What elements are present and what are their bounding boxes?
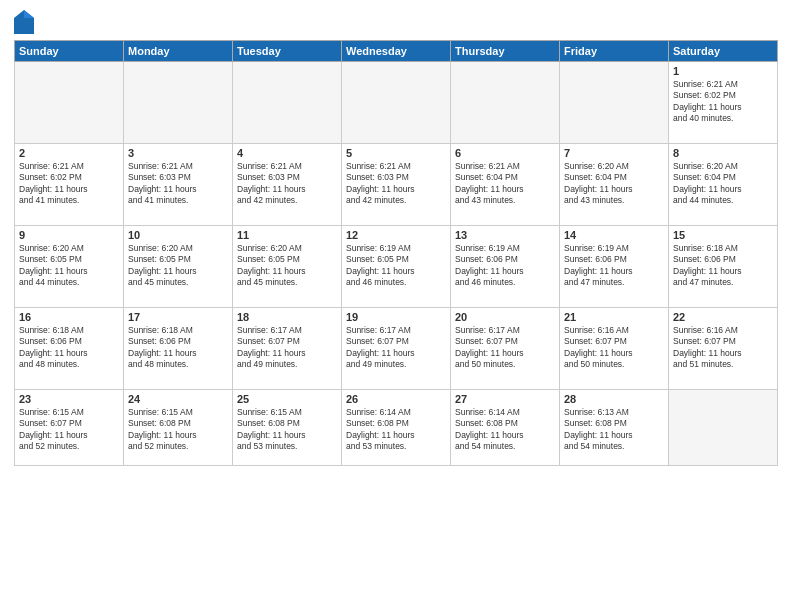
calendar-cell [124,62,233,144]
day-info: Sunrise: 6:18 AM Sunset: 6:06 PM Dayligh… [673,243,773,289]
day-number: 20 [455,311,555,323]
calendar-cell: 10Sunrise: 6:20 AM Sunset: 6:05 PM Dayli… [124,226,233,308]
calendar-cell: 6Sunrise: 6:21 AM Sunset: 6:04 PM Daylig… [451,144,560,226]
day-info: Sunrise: 6:21 AM Sunset: 6:03 PM Dayligh… [237,161,337,207]
calendar-week-row: 9Sunrise: 6:20 AM Sunset: 6:05 PM Daylig… [15,226,778,308]
calendar-cell: 19Sunrise: 6:17 AM Sunset: 6:07 PM Dayli… [342,308,451,390]
day-number: 6 [455,147,555,159]
day-number: 23 [19,393,119,405]
day-info: Sunrise: 6:13 AM Sunset: 6:08 PM Dayligh… [564,407,664,453]
calendar-week-row: 23Sunrise: 6:15 AM Sunset: 6:07 PM Dayli… [15,390,778,466]
logo-icon [14,10,34,34]
day-header-monday: Monday [124,41,233,62]
day-info: Sunrise: 6:18 AM Sunset: 6:06 PM Dayligh… [128,325,228,371]
header [14,10,778,34]
day-number: 22 [673,311,773,323]
day-header-friday: Friday [560,41,669,62]
page: SundayMondayTuesdayWednesdayThursdayFrid… [0,0,792,612]
calendar-cell: 16Sunrise: 6:18 AM Sunset: 6:06 PM Dayli… [15,308,124,390]
day-info: Sunrise: 6:21 AM Sunset: 6:03 PM Dayligh… [346,161,446,207]
calendar-cell: 14Sunrise: 6:19 AM Sunset: 6:06 PM Dayli… [560,226,669,308]
day-info: Sunrise: 6:20 AM Sunset: 6:05 PM Dayligh… [128,243,228,289]
calendar-week-row: 16Sunrise: 6:18 AM Sunset: 6:06 PM Dayli… [15,308,778,390]
day-info: Sunrise: 6:21 AM Sunset: 6:02 PM Dayligh… [673,79,773,125]
day-number: 14 [564,229,664,241]
day-number: 17 [128,311,228,323]
calendar-cell: 25Sunrise: 6:15 AM Sunset: 6:08 PM Dayli… [233,390,342,466]
calendar-cell: 28Sunrise: 6:13 AM Sunset: 6:08 PM Dayli… [560,390,669,466]
calendar-cell: 5Sunrise: 6:21 AM Sunset: 6:03 PM Daylig… [342,144,451,226]
day-number: 24 [128,393,228,405]
calendar-cell: 13Sunrise: 6:19 AM Sunset: 6:06 PM Dayli… [451,226,560,308]
day-number: 28 [564,393,664,405]
day-info: Sunrise: 6:17 AM Sunset: 6:07 PM Dayligh… [455,325,555,371]
calendar-week-row: 1Sunrise: 6:21 AM Sunset: 6:02 PM Daylig… [15,62,778,144]
day-number: 4 [237,147,337,159]
svg-marker-1 [24,10,34,18]
calendar-cell [15,62,124,144]
day-header-wednesday: Wednesday [342,41,451,62]
day-info: Sunrise: 6:17 AM Sunset: 6:07 PM Dayligh… [237,325,337,371]
calendar-cell: 11Sunrise: 6:20 AM Sunset: 6:05 PM Dayli… [233,226,342,308]
day-number: 9 [19,229,119,241]
day-number: 19 [346,311,446,323]
calendar-cell: 15Sunrise: 6:18 AM Sunset: 6:06 PM Dayli… [669,226,778,308]
calendar-cell: 1Sunrise: 6:21 AM Sunset: 6:02 PM Daylig… [669,62,778,144]
day-number: 13 [455,229,555,241]
calendar-cell [342,62,451,144]
day-info: Sunrise: 6:15 AM Sunset: 6:08 PM Dayligh… [237,407,337,453]
calendar-cell: 18Sunrise: 6:17 AM Sunset: 6:07 PM Dayli… [233,308,342,390]
calendar-cell: 12Sunrise: 6:19 AM Sunset: 6:05 PM Dayli… [342,226,451,308]
calendar-cell: 27Sunrise: 6:14 AM Sunset: 6:08 PM Dayli… [451,390,560,466]
day-header-saturday: Saturday [669,41,778,62]
calendar-cell [233,62,342,144]
day-info: Sunrise: 6:20 AM Sunset: 6:04 PM Dayligh… [564,161,664,207]
day-info: Sunrise: 6:21 AM Sunset: 6:02 PM Dayligh… [19,161,119,207]
day-info: Sunrise: 6:18 AM Sunset: 6:06 PM Dayligh… [19,325,119,371]
day-number: 1 [673,65,773,77]
day-number: 7 [564,147,664,159]
day-info: Sunrise: 6:20 AM Sunset: 6:05 PM Dayligh… [237,243,337,289]
day-number: 25 [237,393,337,405]
calendar-cell: 3Sunrise: 6:21 AM Sunset: 6:03 PM Daylig… [124,144,233,226]
calendar-cell: 4Sunrise: 6:21 AM Sunset: 6:03 PM Daylig… [233,144,342,226]
day-info: Sunrise: 6:21 AM Sunset: 6:03 PM Dayligh… [128,161,228,207]
day-number: 15 [673,229,773,241]
day-header-tuesday: Tuesday [233,41,342,62]
calendar-cell: 7Sunrise: 6:20 AM Sunset: 6:04 PM Daylig… [560,144,669,226]
day-info: Sunrise: 6:19 AM Sunset: 6:05 PM Dayligh… [346,243,446,289]
day-info: Sunrise: 6:19 AM Sunset: 6:06 PM Dayligh… [455,243,555,289]
calendar-cell: 2Sunrise: 6:21 AM Sunset: 6:02 PM Daylig… [15,144,124,226]
calendar-cell: 22Sunrise: 6:16 AM Sunset: 6:07 PM Dayli… [669,308,778,390]
day-number: 8 [673,147,773,159]
day-info: Sunrise: 6:16 AM Sunset: 6:07 PM Dayligh… [673,325,773,371]
day-number: 10 [128,229,228,241]
calendar-cell [669,390,778,466]
day-info: Sunrise: 6:20 AM Sunset: 6:05 PM Dayligh… [19,243,119,289]
day-number: 3 [128,147,228,159]
day-number: 21 [564,311,664,323]
day-header-thursday: Thursday [451,41,560,62]
day-info: Sunrise: 6:20 AM Sunset: 6:04 PM Dayligh… [673,161,773,207]
day-number: 2 [19,147,119,159]
calendar-cell: 26Sunrise: 6:14 AM Sunset: 6:08 PM Dayli… [342,390,451,466]
day-info: Sunrise: 6:21 AM Sunset: 6:04 PM Dayligh… [455,161,555,207]
day-header-sunday: Sunday [15,41,124,62]
day-number: 18 [237,311,337,323]
day-info: Sunrise: 6:16 AM Sunset: 6:07 PM Dayligh… [564,325,664,371]
calendar-cell: 24Sunrise: 6:15 AM Sunset: 6:08 PM Dayli… [124,390,233,466]
calendar-cell: 21Sunrise: 6:16 AM Sunset: 6:07 PM Dayli… [560,308,669,390]
day-number: 26 [346,393,446,405]
calendar-table: SundayMondayTuesdayWednesdayThursdayFrid… [14,40,778,466]
day-info: Sunrise: 6:14 AM Sunset: 6:08 PM Dayligh… [346,407,446,453]
logo [14,10,36,34]
day-info: Sunrise: 6:15 AM Sunset: 6:08 PM Dayligh… [128,407,228,453]
day-number: 11 [237,229,337,241]
day-number: 5 [346,147,446,159]
calendar-header-row: SundayMondayTuesdayWednesdayThursdayFrid… [15,41,778,62]
calendar-cell: 8Sunrise: 6:20 AM Sunset: 6:04 PM Daylig… [669,144,778,226]
day-info: Sunrise: 6:15 AM Sunset: 6:07 PM Dayligh… [19,407,119,453]
day-info: Sunrise: 6:19 AM Sunset: 6:06 PM Dayligh… [564,243,664,289]
calendar-cell: 20Sunrise: 6:17 AM Sunset: 6:07 PM Dayli… [451,308,560,390]
calendar-cell: 23Sunrise: 6:15 AM Sunset: 6:07 PM Dayli… [15,390,124,466]
